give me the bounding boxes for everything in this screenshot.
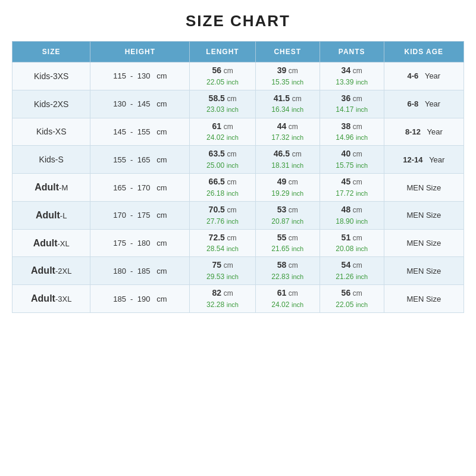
cell-pants: 45 cm 17.72 inch <box>320 174 384 202</box>
cell-chest: 55 cm 21.65 inch <box>255 229 320 257</box>
cell-age: 4-6 Year <box>384 62 464 90</box>
cell-pants: 51 cm 20.08 inch <box>320 229 384 257</box>
cell-height: 185 - 190 cm <box>90 285 190 313</box>
header-pants: PANTS <box>320 42 384 62</box>
cell-age: 8-12 Year <box>384 118 464 146</box>
cell-chest: 58 cm 22.83 inch <box>255 257 320 285</box>
cell-length: 70.5 cm 27.76 inch <box>190 201 255 229</box>
cell-size: Adult-XL <box>12 229 90 257</box>
table-row: Kids-2XS130 - 145 cm 58.5 cm 23.03 inch … <box>12 90 464 118</box>
table-row: Kids-S155 - 165 cm 63.5 cm 25.00 inch 46… <box>12 146 464 174</box>
table-row: Adult-2XL180 - 185 cm 75 cm 29.53 inch 5… <box>12 257 464 285</box>
cell-age: MEN Size <box>384 229 464 257</box>
page-title: SIZE CHART <box>186 12 290 30</box>
cell-pants: 54 cm 21.26 inch <box>320 257 384 285</box>
table-header-row: SIZE HEIGHT LENGHT CHEST PANTS KIDS AGE <box>12 42 464 62</box>
table-row: Adult-3XL185 - 190 cm 82 cm 32.28 inch 6… <box>12 285 464 313</box>
table-row: Kids-XS145 - 155 cm 61 cm 24.02 inch 44 … <box>12 118 464 146</box>
header-length: LENGHT <box>190 42 255 62</box>
cell-chest: 41.5 cm 16.34 inch <box>255 90 320 118</box>
cell-chest: 53 cm 20.87 inch <box>255 201 320 229</box>
table-row: Adult-L170 - 175 cm 70.5 cm 27.76 inch 5… <box>12 201 464 229</box>
table-row: Adult-XL175 - 180 cm 72.5 cm 28.54 inch … <box>12 229 464 257</box>
cell-length: 63.5 cm 25.00 inch <box>190 146 255 174</box>
cell-height: 175 - 180 cm <box>90 229 190 257</box>
header-chest: CHEST <box>255 42 320 62</box>
cell-length: 56 cm 22.05 inch <box>190 62 255 90</box>
cell-size: Adult-L <box>12 201 90 229</box>
cell-size: Kids-2XS <box>12 90 90 118</box>
cell-pants: 38 cm 14.96 inch <box>320 118 384 146</box>
cell-age: MEN Size <box>384 257 464 285</box>
cell-length: 58.5 cm 23.03 inch <box>190 90 255 118</box>
header-kids-age: KIDS AGE <box>384 42 464 62</box>
cell-chest: 39 cm 15.35 inch <box>255 62 320 90</box>
cell-size: Adult-3XL <box>12 285 90 313</box>
cell-height: 130 - 145 cm <box>90 90 190 118</box>
cell-size: Kids-3XS <box>12 62 90 90</box>
cell-height: 165 - 170 cm <box>90 174 190 202</box>
cell-height: 170 - 175 cm <box>90 201 190 229</box>
cell-chest: 49 cm 19.29 inch <box>255 174 320 202</box>
cell-height: 155 - 165 cm <box>90 146 190 174</box>
cell-height: 145 - 155 cm <box>90 118 190 146</box>
cell-length: 61 cm 24.02 inch <box>190 118 255 146</box>
cell-size: Kids-XS <box>12 118 90 146</box>
cell-size: Adult-2XL <box>12 257 90 285</box>
table-row: Adult-M165 - 170 cm 66.5 cm 26.18 inch 4… <box>12 174 464 202</box>
table-row: Kids-3XS115 - 130 cm 56 cm 22.05 inch 39… <box>12 62 464 90</box>
cell-size: Adult-M <box>12 174 90 202</box>
cell-age: 6-8 Year <box>384 90 464 118</box>
cell-age: MEN Size <box>384 201 464 229</box>
cell-age: 12-14 Year <box>384 146 464 174</box>
cell-size: Kids-S <box>12 146 90 174</box>
cell-length: 82 cm 32.28 inch <box>190 285 255 313</box>
cell-length: 66.5 cm 26.18 inch <box>190 174 255 202</box>
cell-age: MEN Size <box>384 285 464 313</box>
cell-pants: 40 cm 15.75 inch <box>320 146 384 174</box>
header-height: HEIGHT <box>90 42 190 62</box>
cell-pants: 34 cm 13.39 inch <box>320 62 384 90</box>
cell-height: 115 - 130 cm <box>90 62 190 90</box>
cell-length: 72.5 cm 28.54 inch <box>190 229 255 257</box>
cell-height: 180 - 185 cm <box>90 257 190 285</box>
cell-pants: 56 cm 22.05 inch <box>320 285 384 313</box>
cell-length: 75 cm 29.53 inch <box>190 257 255 285</box>
size-chart-table: SIZE HEIGHT LENGHT CHEST PANTS KIDS AGE … <box>12 41 464 313</box>
cell-chest: 46.5 cm 18.31 inch <box>255 146 320 174</box>
cell-pants: 48 cm 18.90 inch <box>320 201 384 229</box>
cell-chest: 61 cm 24.02 inch <box>255 285 320 313</box>
header-size: SIZE <box>12 42 90 62</box>
cell-pants: 36 cm 14.17 inch <box>320 90 384 118</box>
cell-chest: 44 cm 17.32 inch <box>255 118 320 146</box>
cell-age: MEN Size <box>384 174 464 202</box>
